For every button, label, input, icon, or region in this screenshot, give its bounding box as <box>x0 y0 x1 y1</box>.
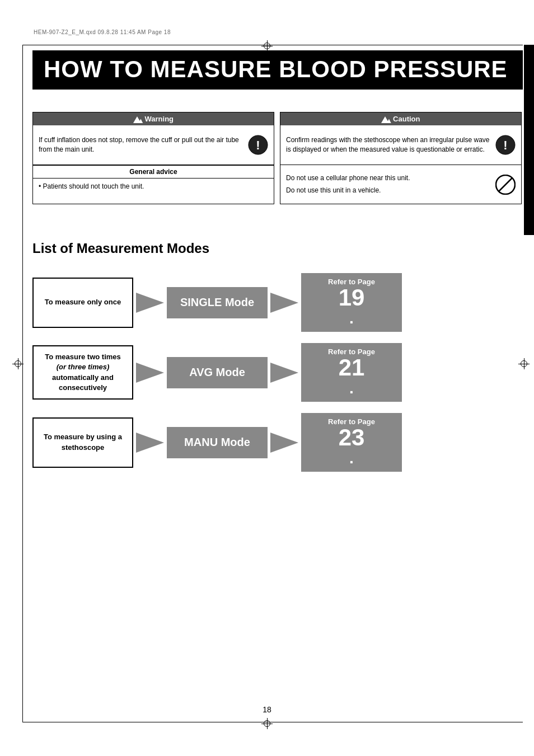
caution-exclaim-svg: ! <box>495 135 516 155</box>
modes-section: List of Measurement Modes To measure onl… <box>32 241 522 483</box>
no-use-icon <box>495 175 516 195</box>
mode-left-single-label: To measure only once <box>45 297 121 307</box>
mode-right-single: Refer to Page 19. <box>301 273 402 332</box>
mode-left-manu-label: To measure by using a stethoscope <box>39 432 127 452</box>
arrow-shape-avg <box>136 363 164 383</box>
caution-secondary-text: Do not use a cellular phone near this un… <box>286 172 491 196</box>
caution-line1: Do not use a cellular phone near this un… <box>286 174 410 182</box>
caution-text: Confirm readings with the stethoscope wh… <box>286 135 491 154</box>
general-advice-header: General advice <box>33 165 274 179</box>
file-info: HEM-907-Z2_E_M.qxd 09.8.28 11:45 AM Page… <box>34 29 171 35</box>
boxes-container: ▲ Warning If cuff inflation does not sto… <box>32 112 522 204</box>
arrow-shape-manu-2 <box>270 433 298 453</box>
border-left <box>22 45 23 722</box>
mode-center-avg-label: AVG Mode <box>189 366 245 379</box>
arrow-shape-single-2 <box>270 293 298 313</box>
mode-arrow-single-2 <box>268 293 301 313</box>
mode-center-single-label: SINGLE Mode <box>180 296 254 309</box>
svg-text:!: ! <box>256 138 260 152</box>
warning-title: Warning <box>145 115 174 123</box>
left-column: ▲ Warning If cuff inflation does not sto… <box>32 112 274 204</box>
no-use-svg <box>495 175 516 195</box>
mode-left-single: To measure only once <box>32 278 133 328</box>
mode-arrow-manu-2 <box>268 433 301 453</box>
mode-center-single: SINGLE Mode <box>167 287 268 318</box>
mode-row-manu: To measure by using a stethoscope MANU M… <box>32 413 522 472</box>
page-wrapper: HEM-907-Z2_E_M.qxd 09.8.28 11:45 AM Page… <box>0 0 534 756</box>
mode-arrow-avg-2 <box>268 363 301 383</box>
mode-center-manu-label: MANU Mode <box>184 436 250 449</box>
caution-triangle-icon: ▲ <box>381 116 389 123</box>
caution-header: ▲ Caution <box>280 112 521 125</box>
border-top <box>22 45 523 45</box>
right-bar <box>524 45 534 235</box>
mode-center-avg: AVG Mode <box>167 357 268 388</box>
warning-triangle-icon: ▲ <box>133 116 141 123</box>
arrow-shape-avg-2 <box>270 363 298 383</box>
caution-box: ▲ Caution Confirm readings with the stet… <box>280 112 522 204</box>
warning-content: If cuff inflation does not stop, remove … <box>33 125 274 165</box>
caution-title: Caution <box>393 115 420 123</box>
caution-secondary: Do not use a cellular phone near this un… <box>280 165 521 204</box>
refer-dot-avg: . <box>349 379 354 397</box>
mode-left-avg: To measure two times (or three times) au… <box>32 345 133 400</box>
right-column: ▲ Caution Confirm readings with the stet… <box>280 112 522 204</box>
general-advice-content: • Patients should not touch the unit. <box>33 179 274 195</box>
mode-center-manu: MANU Mode <box>167 427 268 458</box>
mode-right-avg: Refer to Page 21. <box>301 343 402 402</box>
caution-content: Confirm readings with the stethoscope wh… <box>280 125 521 165</box>
mode-row-avg: To measure two times (or three times) au… <box>32 343 522 402</box>
mode-arrow-avg <box>133 363 167 383</box>
page-number: 18 <box>263 705 271 714</box>
general-advice-text: Patients should not touch the unit. <box>43 182 144 190</box>
mode-row-single: To measure only once SINGLE Mode Refer t… <box>32 273 522 332</box>
border-bottom <box>22 722 523 722</box>
warning-box: ▲ Warning If cuff inflation does not sto… <box>32 112 274 165</box>
arrow-shape-single <box>136 293 164 313</box>
mode-arrow-manu <box>133 433 167 453</box>
caution-line2: Do not use this unit in a vehicle. <box>286 186 381 194</box>
page-title: HOW TO MEASURE BLOOD PRESSURE <box>32 50 523 90</box>
refer-dot-single: . <box>349 309 354 327</box>
svg-line-5 <box>499 178 512 191</box>
refer-page-avg: 21 <box>339 356 365 379</box>
svg-text:!: ! <box>503 138 507 152</box>
mode-right-manu: Refer to Page 23. <box>301 413 402 472</box>
caution-exclaim-icon: ! <box>495 135 516 155</box>
general-advice-box: General advice • Patients should not tou… <box>32 165 274 204</box>
mode-arrow-single <box>133 293 167 313</box>
crosshair-top <box>261 40 273 51</box>
warning-text: If cuff inflation does not stop, remove … <box>39 135 243 154</box>
crosshair-bottom <box>261 718 273 729</box>
arrow-shape-manu <box>136 433 164 453</box>
modes-title: List of Measurement Modes <box>32 241 522 256</box>
exclaim-svg: ! <box>248 135 268 155</box>
refer-dot-manu: . <box>349 449 354 467</box>
crosshair-left <box>12 358 24 369</box>
warning-exclaim-icon: ! <box>248 135 268 155</box>
refer-page-manu: 23 <box>339 426 365 449</box>
mode-left-avg-label: To measure two times (or three times) au… <box>39 352 127 393</box>
warning-header: ▲ Warning <box>33 112 274 125</box>
mode-left-manu: To measure by using a stethoscope <box>32 417 133 468</box>
refer-page-single: 19 <box>339 286 365 309</box>
